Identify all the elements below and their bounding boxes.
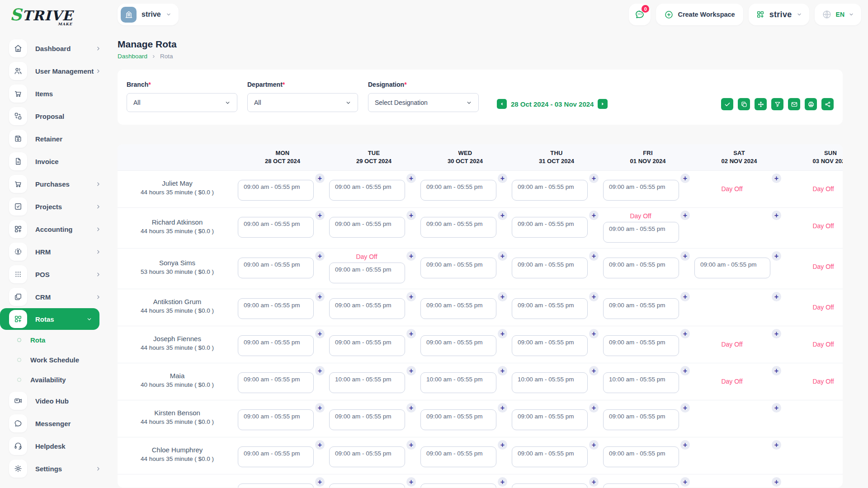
- shift-chip[interactable]: 09:00 am - 05:55 pm: [603, 258, 679, 278]
- add-shift-button[interactable]: +: [772, 251, 781, 261]
- add-shift-button[interactable]: +: [680, 403, 690, 413]
- add-shift-button[interactable]: +: [498, 329, 507, 338]
- shift-chip[interactable]: 09:00 am - 05:55 pm: [420, 446, 496, 467]
- move-rota-button[interactable]: [755, 98, 767, 110]
- shift-chip[interactable]: 09:00 am - 05:55 pm: [329, 409, 405, 430]
- shift-chip[interactable]: 10:00 am - 05:55 pm: [329, 372, 405, 393]
- add-shift-button[interactable]: +: [315, 211, 325, 220]
- add-shift-button[interactable]: +: [589, 292, 599, 301]
- language-selector[interactable]: EN: [815, 4, 861, 25]
- shift-chip[interactable]: 09:00 am - 05:55 pm: [238, 335, 314, 356]
- add-shift-button[interactable]: +: [315, 292, 325, 301]
- sidebar-item-accounting[interactable]: Accounting: [0, 218, 113, 240]
- sidebar-item-pos[interactable]: POS: [0, 263, 113, 286]
- add-shift-button[interactable]: +: [772, 329, 781, 338]
- breadcrumb-dashboard-link[interactable]: Dashboard: [118, 53, 147, 60]
- shift-chip[interactable]: [238, 483, 314, 488]
- sidebar-item-invoice[interactable]: Invoice: [0, 150, 113, 173]
- shift-chip[interactable]: 09:00 am - 05:55 pm: [329, 217, 405, 238]
- add-shift-button[interactable]: +: [406, 440, 416, 450]
- sidebar-item-video-hub[interactable]: Video Hub: [0, 389, 113, 412]
- shift-chip[interactable]: 09:00 am - 05:55 pm: [512, 446, 588, 467]
- add-shift-button[interactable]: +: [772, 477, 781, 487]
- sidebar-item-helpdesk[interactable]: Helpdesk: [0, 435, 113, 457]
- sidebar-subitem-availability[interactable]: Availability: [0, 370, 113, 389]
- shift-chip[interactable]: 09:00 am - 05:55 pm: [512, 180, 588, 201]
- sidebar-item-items[interactable]: Items: [0, 82, 113, 105]
- add-shift-button[interactable]: +: [680, 366, 690, 375]
- shift-chip[interactable]: 09:00 am - 05:55 pm: [512, 409, 588, 430]
- confirm-button[interactable]: [721, 98, 733, 110]
- add-shift-button[interactable]: +: [680, 211, 690, 220]
- shift-chip[interactable]: 09:00 am - 05:55 pm: [420, 180, 496, 201]
- add-shift-button[interactable]: +: [680, 440, 690, 450]
- sidebar-item-settings[interactable]: Settings: [0, 457, 113, 480]
- add-shift-button[interactable]: +: [315, 440, 325, 450]
- shift-chip[interactable]: 09:00 am - 05:55 pm: [603, 446, 679, 467]
- shift-chip[interactable]: [512, 483, 588, 488]
- shift-chip[interactable]: 09:00 am - 05:55 pm: [603, 180, 679, 201]
- add-shift-button[interactable]: +: [680, 251, 690, 261]
- sidebar-item-proposal[interactable]: Proposal: [0, 105, 113, 127]
- shift-chip[interactable]: 09:00 am - 05:55 pm: [603, 335, 679, 356]
- chat-button[interactable]: 0: [629, 4, 651, 25]
- add-shift-button[interactable]: +: [589, 477, 599, 487]
- shift-chip[interactable]: 09:00 am - 05:55 pm: [420, 335, 496, 356]
- shift-chip[interactable]: 10:00 am - 05:55 pm: [420, 372, 496, 393]
- shift-chip[interactable]: 09:00 am - 05:55 pm: [329, 446, 405, 467]
- add-shift-button[interactable]: +: [589, 329, 599, 338]
- add-shift-button[interactable]: +: [589, 403, 599, 413]
- add-shift-button[interactable]: +: [406, 366, 416, 375]
- add-shift-button[interactable]: +: [498, 477, 507, 487]
- sidebar-subitem-rota[interactable]: Rota: [0, 330, 113, 350]
- shift-chip[interactable]: 09:00 am - 05:55 pm: [420, 258, 496, 278]
- account-menu[interactable]: strive: [749, 4, 809, 25]
- add-shift-button[interactable]: +: [498, 251, 507, 261]
- sidebar-item-hrm[interactable]: HRM: [0, 240, 113, 263]
- add-shift-button[interactable]: +: [406, 329, 416, 338]
- copy-rota-button[interactable]: [738, 98, 750, 110]
- shift-chip[interactable]: 09:00 am - 05:55 pm: [329, 263, 405, 283]
- add-shift-button[interactable]: +: [315, 251, 325, 261]
- add-shift-button[interactable]: +: [315, 329, 325, 338]
- add-shift-button[interactable]: +: [589, 211, 599, 220]
- shift-chip[interactable]: 09:00 am - 05:55 pm: [420, 298, 496, 319]
- sidebar-item-crm[interactable]: CRM: [0, 286, 113, 308]
- shift-chip[interactable]: 09:00 am - 05:55 pm: [329, 335, 405, 356]
- shift-chip[interactable]: 09:00 am - 05:55 pm: [329, 180, 405, 201]
- add-shift-button[interactable]: +: [406, 292, 416, 301]
- add-shift-button[interactable]: +: [498, 292, 507, 301]
- shift-chip[interactable]: 09:00 am - 05:55 pm: [238, 372, 314, 393]
- add-shift-button[interactable]: +: [498, 366, 507, 375]
- shift-chip[interactable]: 09:00 am - 05:55 pm: [238, 298, 314, 319]
- shift-chip[interactable]: 09:00 am - 05:55 pm: [238, 258, 314, 278]
- filter-button[interactable]: [771, 98, 783, 110]
- shift-chip[interactable]: 09:00 am - 05:55 pm: [329, 298, 405, 319]
- shift-chip[interactable]: 09:00 am - 05:55 pm: [238, 217, 314, 238]
- shift-chip[interactable]: 09:00 am - 05:55 pm: [512, 258, 588, 278]
- add-shift-button[interactable]: +: [315, 366, 325, 375]
- sidebar-item-rotas[interactable]: Rotas: [0, 308, 99, 330]
- add-shift-button[interactable]: +: [772, 440, 781, 450]
- shift-chip[interactable]: 09:00 am - 05:55 pm: [512, 335, 588, 356]
- previous-week-button[interactable]: [497, 99, 507, 109]
- add-shift-button[interactable]: +: [680, 329, 690, 338]
- add-shift-button[interactable]: +: [406, 174, 416, 183]
- sidebar-subitem-work-schedule[interactable]: Work Schedule: [0, 350, 113, 370]
- shift-chip[interactable]: 10:00 am - 05:55 pm: [512, 372, 588, 393]
- shift-chip[interactable]: 09:00 am - 05:55 pm: [238, 446, 314, 467]
- department-select[interactable]: All: [247, 93, 358, 112]
- add-shift-button[interactable]: +: [772, 403, 781, 413]
- sidebar-item-purchases[interactable]: Purchases: [0, 173, 113, 195]
- add-shift-button[interactable]: +: [315, 174, 325, 183]
- add-shift-button[interactable]: +: [589, 251, 599, 261]
- add-shift-button[interactable]: +: [772, 211, 781, 220]
- shift-chip[interactable]: 09:00 am - 05:55 pm: [512, 298, 588, 319]
- branch-select[interactable]: All: [127, 93, 237, 112]
- add-shift-button[interactable]: +: [589, 366, 599, 375]
- add-shift-button[interactable]: +: [315, 403, 325, 413]
- shift-chip[interactable]: 09:00 am - 05:55 pm: [420, 409, 496, 430]
- add-shift-button[interactable]: +: [589, 174, 599, 183]
- sidebar-item-messenger[interactable]: Messenger: [0, 412, 113, 435]
- add-shift-button[interactable]: +: [315, 477, 325, 487]
